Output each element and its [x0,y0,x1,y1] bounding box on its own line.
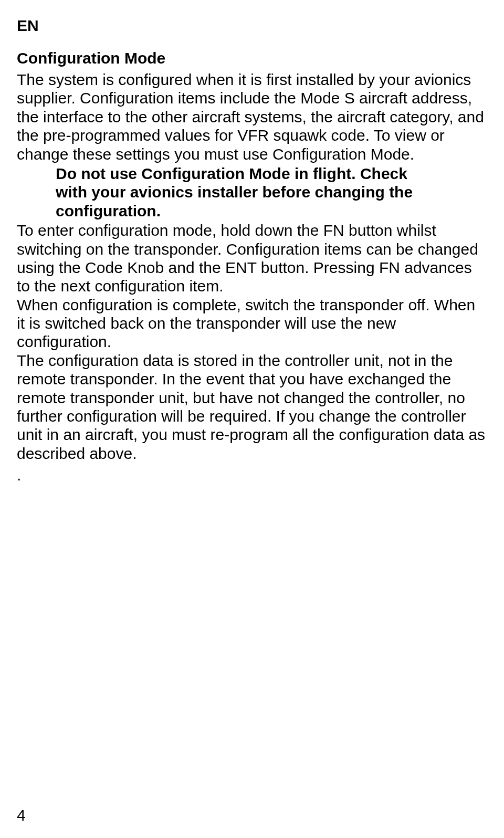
language-label: EN [17,17,487,35]
document-page: EN Configuration Mode The system is conf… [0,0,504,838]
warning-block: Do not use Configuration Mode in flight.… [17,164,487,220]
trailing-dot: . [17,466,487,484]
paragraph-complete: When configuration is complete, switch t… [17,296,487,351]
paragraph-storage: The configuration data is stored in the … [17,351,487,463]
page-number: 4 [17,806,26,824]
paragraph-enter-mode: To enter configuration mode, hold down t… [17,221,487,296]
paragraph-intro: The system is configured when it is firs… [17,70,487,163]
section-heading: Configuration Mode [17,49,487,67]
